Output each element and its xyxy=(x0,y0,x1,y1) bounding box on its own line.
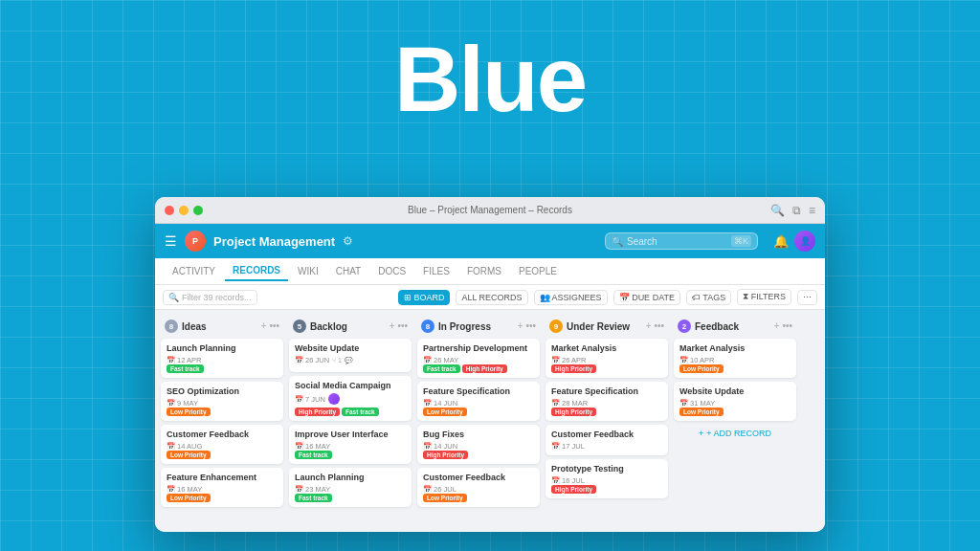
card-customer-feedback-review[interactable]: Customer Feedback 📅 17 JUL xyxy=(546,425,668,455)
card-date: 📅 26 JUL xyxy=(423,485,534,494)
card-website-update-backlog[interactable]: Website Update 📅 26 JUN ⑂ 1 💬 xyxy=(289,339,412,372)
tab-docs[interactable]: DOCS xyxy=(370,262,413,280)
kanban-board: 8 Ideas + ••• Launch Planning 📅 12 APR F… xyxy=(155,310,825,532)
assignees-btn[interactable]: 👥 ASSIGNEES xyxy=(534,290,608,305)
card-title: Bug Fixes xyxy=(423,430,534,439)
card-date: 📅 14 AUG xyxy=(167,442,278,451)
col-add-feedback[interactable]: + xyxy=(774,321,780,331)
badge-fast-track: Fast track xyxy=(423,364,460,373)
card-title: Customer Feedback xyxy=(423,473,534,482)
col-add-in-progress[interactable]: + xyxy=(518,321,523,331)
traffic-light-yellow[interactable] xyxy=(179,206,189,215)
app-window: Blue – Project Management – Records 🔍 ⧉ … xyxy=(155,197,825,532)
search-input[interactable]: Search xyxy=(627,236,727,247)
badge-low-priority: Low Priority xyxy=(679,364,724,373)
menu-icon[interactable]: ≡ xyxy=(809,204,815,217)
col-add-ideas[interactable]: + xyxy=(261,321,267,331)
card-launch-planning-backlog[interactable]: Launch Planning 📅 23 MAY Fast track xyxy=(289,468,412,507)
filter-input[interactable]: 🔍 Filter 39 records... xyxy=(163,290,257,305)
gear-icon[interactable]: ⚙ xyxy=(343,234,353,248)
filters-btn[interactable]: ⧗ FILTERS xyxy=(737,289,791,305)
filter-placeholder: Filter 39 records... xyxy=(182,293,252,302)
all-records-btn[interactable]: ALL RECORDS xyxy=(456,290,527,305)
workspace-name: Project Management xyxy=(213,234,335,249)
card-bug-fixes-in-progress[interactable]: Bug Fixes 📅 14 JUN High Priority xyxy=(417,425,540,464)
add-record-label: + ADD RECORD xyxy=(706,429,771,438)
traffic-light-red[interactable] xyxy=(165,206,174,215)
col-more-under-review[interactable]: ••• xyxy=(654,321,664,331)
more-options-btn[interactable]: ⋯ xyxy=(797,290,817,305)
search-icon[interactable]: 🔍 xyxy=(770,204,785,217)
card-feature-spec-review[interactable]: Feature Specification 📅 28 MAR High Prio… xyxy=(546,382,668,421)
bell-icon[interactable]: 🔔 xyxy=(773,234,789,249)
board-btn[interactable]: ⊞ BOARD xyxy=(398,290,451,305)
badge-low-priority: Low Priority xyxy=(423,494,467,502)
card-title: Feature Enhancement xyxy=(167,473,278,482)
col-header-in-progress: 8 In Progress + ••• xyxy=(417,318,540,335)
col-actions-ideas: + ••• xyxy=(261,321,279,331)
card-feature-enhancement-ideas[interactable]: Feature Enhancement 📅 16 MAY Low Priorit… xyxy=(161,468,283,507)
app-header: ☰ P Project Management ⚙ 🔍 Search ⌘K 🔔 👤 xyxy=(155,224,825,258)
tab-records[interactable]: RECORDS xyxy=(225,261,288,281)
col-count-in-progress: 8 xyxy=(421,320,434,333)
col-title-in-progress: In Progress xyxy=(438,321,514,332)
card-prototype-testing-review[interactable]: Prototype Testing 📅 16 JUL High Priority xyxy=(546,459,668,498)
add-record-button[interactable]: + + ADD RECORD xyxy=(674,425,796,442)
col-add-under-review[interactable]: + xyxy=(646,321,652,331)
card-improve-ui-backlog[interactable]: Improve User Interface 📅 16 MAY Fast tra… xyxy=(289,425,412,464)
card-website-update-feedback[interactable]: Website Update 📅 31 MAY Low Priority xyxy=(674,382,796,421)
col-more-backlog[interactable]: ••• xyxy=(397,321,408,331)
card-meta: 📅 7 JUN xyxy=(295,393,406,405)
card-launch-planning-ideas[interactable]: Launch Planning 📅 12 APR Fast track xyxy=(161,339,283,378)
badge-low-priority: Low Priority xyxy=(167,408,211,416)
card-seo-ideas[interactable]: SEO Optimization 📅 9 MAY Low Priority xyxy=(161,382,283,421)
tab-forms[interactable]: FORMS xyxy=(459,262,509,280)
col-add-backlog[interactable]: + xyxy=(390,321,395,331)
tab-files[interactable]: FILES xyxy=(415,262,457,280)
column-in-progress: 8 In Progress + ••• Partnership Developm… xyxy=(417,318,540,524)
card-date: 📅 17 JUL xyxy=(551,442,662,451)
copy-icon[interactable]: ⧉ xyxy=(792,204,801,217)
card-badges: Low Priority xyxy=(167,451,278,459)
card-badges: Low Priority xyxy=(679,364,791,373)
fork-icon: ⑂ 1 xyxy=(332,357,342,364)
card-title: Market Analysis xyxy=(679,343,791,353)
tab-wiki[interactable]: WIKI xyxy=(290,262,326,280)
col-count-ideas: 8 xyxy=(165,320,178,333)
card-date: 📅 14 JUN xyxy=(423,399,534,408)
search-bar[interactable]: 🔍 Search ⌘K xyxy=(605,232,758,250)
column-under-review: 9 Under Review + ••• Market Analysis 📅 2… xyxy=(546,318,668,524)
card-title: Improve User Interface xyxy=(295,430,406,439)
tab-chat[interactable]: CHAT xyxy=(328,262,368,280)
col-more-feedback[interactable]: ••• xyxy=(782,321,792,331)
hamburger-icon[interactable]: ☰ xyxy=(165,233,177,249)
tab-activity[interactable]: ACTIVITY xyxy=(165,262,223,280)
card-title: Feature Specification xyxy=(423,386,534,396)
card-badges: Low Priority xyxy=(423,408,534,416)
card-title: Feature Specification xyxy=(551,386,662,396)
card-badges: High Priority xyxy=(423,451,534,459)
tab-people[interactable]: PEOPLE xyxy=(511,262,565,280)
card-customer-feedback-ideas[interactable]: Customer Feedback 📅 14 AUG Low Priority xyxy=(161,425,283,464)
tags-btn[interactable]: 🏷 TAGS xyxy=(686,290,731,305)
nav-tabs: ACTIVITY RECORDS WIKI CHAT DOCS FILES FO… xyxy=(155,258,825,285)
badge-fast-track: Fast track xyxy=(295,451,332,459)
card-badges: Low Priority xyxy=(167,494,278,502)
search-shortcut: ⌘K xyxy=(731,235,751,247)
card-customer-feedback-in-progress[interactable]: Customer Feedback 📅 26 JUL Low Priority xyxy=(417,468,540,507)
card-market-analysis-feedback[interactable]: Market Analysis 📅 10 APR Low Priority xyxy=(674,339,796,378)
search-icon-inner: 🔍 xyxy=(612,236,623,247)
card-date: 📅 10 APR xyxy=(679,356,791,364)
due-date-btn[interactable]: 📅 DUE DATE xyxy=(613,290,680,305)
card-partnership-in-progress[interactable]: Partnership Development 📅 26 MAY Fast tr… xyxy=(417,339,540,378)
card-market-analysis-review[interactable]: Market Analysis 📅 26 APR High Priority xyxy=(546,339,668,378)
col-more-ideas[interactable]: ••• xyxy=(269,321,279,331)
badge-high-priority: High Priority xyxy=(551,485,596,494)
card-date: 📅 14 JUN xyxy=(423,442,534,451)
card-social-media-backlog[interactable]: Social Media Campaign 📅 7 JUN High Prior… xyxy=(289,376,412,421)
col-more-in-progress[interactable]: ••• xyxy=(525,321,536,331)
user-avatar[interactable]: 👤 xyxy=(794,231,815,252)
card-feature-spec-in-progress[interactable]: Feature Specification 📅 14 JUN Low Prior… xyxy=(417,382,540,421)
card-date: 📅 23 MAY xyxy=(295,485,406,494)
traffic-light-green[interactable] xyxy=(193,206,203,215)
